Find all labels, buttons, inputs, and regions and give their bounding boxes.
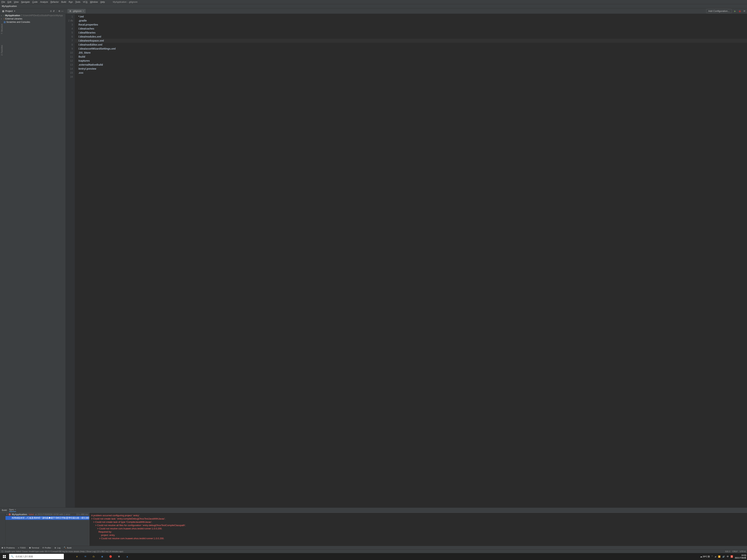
add-configuration-button[interactable]: Add Configuration... <box>706 9 732 13</box>
tree-root-path: C:\Users\HP\DevEcoStudioProjects\MyApp <box>21 14 63 17</box>
locate-icon[interactable]: ⊙ <box>49 10 52 12</box>
search-icon: 🔍 <box>11 555 14 558</box>
app-ie-icon[interactable]: e <box>73 554 81 559</box>
build-tab-sync[interactable]: Sync× <box>9 508 16 512</box>
stop-icon[interactable]: ⟳ <box>743 10 746 12</box>
menu-navigate[interactable]: Navigate <box>21 1 30 3</box>
svg-rect-0 <box>3 555 4 556</box>
app-edge-icon[interactable]: ◉ <box>99 554 106 559</box>
tree-external-libs[interactable]: ▸ ⫴ External Libraries <box>0 17 66 20</box>
tab-profiler[interactable]: ⊘ Profiler <box>42 546 51 549</box>
separator: | <box>56 10 57 12</box>
volume-icon[interactable]: 🔊 <box>722 555 725 558</box>
app-settings-icon[interactable]: ⚙ <box>115 554 123 559</box>
code-editor[interactable]: 12 🗀345678910111213141516 *.iml.gradle/l… <box>66 14 747 507</box>
folder-icon: ▪ <box>4 14 4 17</box>
tab-gitignore[interactable]: 🗎 .gitignore × <box>68 9 86 13</box>
breadcrumb-path: MyApplication - .gitignore <box>113 1 137 3</box>
build-subtask-row[interactable]: 杩愯緗戠粶宸ュ叿鑴戞墦鍗瞯 f 灏嗚鑴◆鑳芥埌帩宕嗙敞鐢熸暟鑷抬鑱☆鑵犺樋鍓嶆暟… <box>5 516 89 520</box>
status-icon[interactable]: ▢ <box>1 550 3 553</box>
tree-root-name: MyApplication <box>5 14 20 17</box>
left-tool-rail: 7: Structure 2: Favorites <box>0 22 4 57</box>
menu-view[interactable]: View <box>14 1 19 3</box>
project-tree[interactable]: ▸ ▪ MyApplication C:\Users\HP\DevEcoStud… <box>0 14 66 507</box>
menu-tools[interactable]: Tools <box>75 1 80 3</box>
tray-chevron-icon[interactable]: ˄ <box>712 555 713 558</box>
tree-libs-label: External Libraries <box>5 18 22 20</box>
windows-taskbar: 🔍 在此键入进行搜索 e ✉ 🗀 ◉ 🔴 ⚙ ▲ ☁ 29°C 阴 ˄ ⊿ 📶 … <box>0 553 747 560</box>
menu-code[interactable]: Code <box>32 1 37 3</box>
close-icon[interactable]: × <box>15 508 16 511</box>
tab-label: .gitignore <box>73 10 81 12</box>
svg-rect-2 <box>3 557 4 558</box>
collapse-icon[interactable]: ⇵ <box>52 10 55 12</box>
menu-analyze[interactable]: Analyze <box>40 1 48 3</box>
project-view-label: Project <box>5 10 13 12</box>
sogou-icon[interactable]: S <box>730 555 733 558</box>
toolbar: ▤ Project ▼ ⊙ ⇵ | ⚙ — 🗎 .gitignore × Add… <box>0 8 747 14</box>
app-chrome-icon[interactable]: 🔴 <box>107 554 114 559</box>
taskbar-search[interactable]: 🔍 在此键入进行搜索 <box>9 554 64 559</box>
rail-structure[interactable]: 7: Structure <box>0 22 4 36</box>
chevron-right-icon[interactable]: ▸ <box>1 18 3 20</box>
tree-root[interactable]: ▸ ▪ MyApplication C:\Users\HP\DevEcoStud… <box>0 14 66 17</box>
status-message: Gradle sync failed: Cause: invalid type … <box>5 550 123 553</box>
caret-position[interactable]: 531:1 <box>725 550 730 553</box>
weather-widget[interactable]: ☁ 29°C 阴 <box>700 555 710 558</box>
editor-tabs: 🗎 .gitignore × <box>68 9 86 13</box>
build-task-name: MyApplication: <box>12 513 28 516</box>
editor-gutter: 12 🗀345678910111213141516 <box>66 14 75 507</box>
svg-rect-1 <box>5 555 6 556</box>
project-root-crumb[interactable]: MyApplication <box>2 5 17 7</box>
tab-build[interactable]: 🔨 Build <box>63 546 71 549</box>
build-task-status: failed <box>29 513 34 516</box>
menu-help[interactable]: Help <box>100 1 105 3</box>
chevron-down-icon[interactable]: ▾ <box>6 513 7 515</box>
line-separator[interactable]: CRLF <box>732 550 738 553</box>
chevron-right-icon[interactable]: ▸ <box>1 15 3 17</box>
menu-vcs[interactable]: VCS <box>83 1 87 3</box>
run-icon[interactable]: ▶ <box>733 10 737 12</box>
build-panel: Build: Sync× ▾ MyApplication: failed at … <box>0 507 747 546</box>
cortana-icon[interactable] <box>65 554 72 559</box>
chevron-down-icon: ▼ <box>14 10 16 12</box>
clock[interactable]: 19:55 2021/7/30/星 <box>735 554 746 559</box>
hide-icon[interactable]: — <box>61 10 64 12</box>
build-panel-header: Build: Sync× <box>0 508 747 513</box>
ime-indicator[interactable]: 中 <box>727 555 729 558</box>
network-icon[interactable]: ⊿ <box>715 555 716 558</box>
tab-todo[interactable]: ≡ TODO <box>18 546 26 549</box>
close-icon[interactable]: × <box>83 10 84 12</box>
build-task-row[interactable]: ▾ MyApplication: failed at 2021/7/30/003… <box>5 513 89 516</box>
wifi-icon[interactable]: 📶 <box>718 555 721 558</box>
menu-refactor[interactable]: Refactor <box>51 1 59 3</box>
menu-edit[interactable]: Edit <box>7 1 11 3</box>
build-body: ▾ MyApplication: failed at 2021/7/30/003… <box>0 513 747 546</box>
app-mail-icon[interactable]: ✉ <box>82 554 89 559</box>
tab-problems[interactable]: ◉ 6: Problems <box>1 546 15 549</box>
menu-file[interactable]: FFileile <box>1 1 5 3</box>
rail-favorites[interactable]: 2: Favorites <box>0 43 4 57</box>
search-placeholder: 在此键入进行搜索 <box>16 555 33 558</box>
build-toolbar <box>0 513 5 546</box>
menu-build[interactable]: Build <box>61 1 66 3</box>
build-output[interactable]: A problem occurred configuring project '… <box>89 513 747 546</box>
project-view-selector[interactable]: ▤ Project ▼ <box>1 9 17 13</box>
file-icon: 🗎 <box>69 10 72 12</box>
menu-window[interactable]: Window <box>90 1 98 3</box>
app-explorer-icon[interactable]: 🗀 <box>90 554 97 559</box>
build-task-tree[interactable]: ▾ MyApplication: failed at 2021/7/30/003… <box>5 513 89 546</box>
gear-icon[interactable]: ⚙ <box>58 10 61 12</box>
tab-log[interactable]: 🗎 Log <box>54 546 60 549</box>
tab-terminal[interactable]: ▣ Terminal <box>29 546 39 549</box>
start-button[interactable] <box>1 554 8 559</box>
menu-run[interactable]: Run <box>69 1 73 3</box>
debug-icon[interactable]: 🐞 <box>738 10 741 12</box>
library-icon: ⫴ <box>4 18 5 20</box>
editor-content[interactable]: *.iml.gradle/local.properties/.idea/cach… <box>75 14 747 507</box>
encoding[interactable]: UTF-8 <box>740 550 746 553</box>
build-label: Build: <box>2 509 7 511</box>
tree-scratches[interactable]: ▧ Scratches and Consoles <box>0 20 66 24</box>
build-subtask-text: 杩愯緗戠粶宸ュ叿鑴戞墦鍗瞯 f 灏嗚鑴◆鑳芥埌帩宕嗙敞鐢熸暟鑷抬鑱☆鑵犺樋鍓嶆暟… <box>12 516 89 519</box>
app-deveco-icon[interactable]: ▲ <box>124 554 131 559</box>
